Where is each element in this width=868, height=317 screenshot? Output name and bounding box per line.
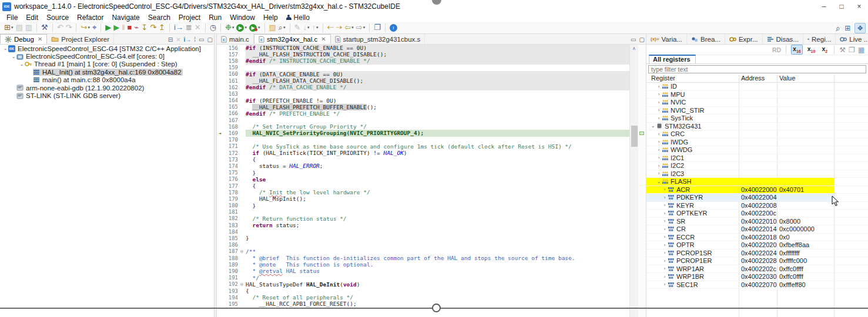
code-line-194[interactable]: 194 /* Reset of all peripherals */ xyxy=(217,294,629,301)
code-line-168[interactable]: 168 /* Set Interrupt Group Priority */ xyxy=(217,123,629,130)
disconnect-button[interactable]: ⌁ xyxy=(133,22,140,33)
minimize-button[interactable]: – xyxy=(815,0,833,13)
twisty-icon[interactable]: ⌄ xyxy=(11,54,16,59)
code-line-191[interactable]: 191 */ xyxy=(217,275,629,281)
debug-tree-item[interactable]: arm-none-eabi-gdb (12.1.90.20220802) xyxy=(0,84,214,92)
register-row-sec1r[interactable]: ›SEC1R0x400220700xfffeff80 xyxy=(646,281,868,289)
register-row-pcrop1er[interactable]: ›PCROP1ER0x400220280xffffc000 xyxy=(646,257,868,265)
twisty-icon[interactable]: ⌄ xyxy=(19,62,25,67)
twisty-icon[interactable]: › xyxy=(662,242,668,248)
twisty-icon[interactable]: › xyxy=(656,131,662,137)
view-tab-live-[interactable]: Live ... xyxy=(836,34,868,44)
resume-button[interactable]: ▶ xyxy=(112,22,120,33)
previous-annotation-button[interactable]: ↑▾ xyxy=(311,22,320,33)
info-button[interactable]: i xyxy=(388,22,398,33)
twisty-icon[interactable]: › xyxy=(662,211,668,216)
register-row-optkeyr[interactable]: ›OPTKEYR0x4002200c xyxy=(646,210,868,218)
code-line-181[interactable]: 181 xyxy=(217,209,629,215)
register-row-optr[interactable]: ›OPTR0x400220200xfbeff8aa xyxy=(646,241,868,249)
menu-window[interactable]: Window xyxy=(226,14,259,22)
register-row-acr[interactable]: ›ACR0x400220000x40701 xyxy=(646,186,868,194)
view-tab-regi-[interactable]: •Regi... xyxy=(803,34,836,44)
last-edit-location-button[interactable]: ⇠ xyxy=(326,22,335,33)
back-history-button[interactable]: ⇦▾ xyxy=(343,22,354,33)
maximize-editor-icon[interactable]: ▢ xyxy=(639,36,645,43)
code-line-190[interactable]: 190 * @retval HAL status xyxy=(217,268,629,274)
twisty-icon[interactable]: › xyxy=(662,266,668,271)
menu-file[interactable]: File xyxy=(2,14,22,22)
register-row-systick[interactable]: ›SysTick xyxy=(646,114,868,123)
terminate-button[interactable]: ■ xyxy=(126,22,133,33)
register-row-wwdg[interactable]: ›WWDG xyxy=(646,146,868,154)
view-tab-disas-[interactable]: Disas... xyxy=(763,34,803,44)
editor-tab-stm32g4xx-hal-c[interactable]: cstm32g4xx_hal.c✕ xyxy=(254,34,331,44)
undo-button[interactable]: ↶ xyxy=(56,22,65,33)
twisty-icon[interactable]: › xyxy=(662,250,668,255)
view-tab-debug[interactable]: Debug✕ xyxy=(0,34,47,44)
code-line-179[interactable]: 179 HAL_MspInit(); xyxy=(217,195,629,202)
close-tab-icon[interactable]: ✕ xyxy=(38,36,42,42)
debug-tree-item[interactable]: HAL_Init() at stm32g4xx_hal.c:169 0x8004… xyxy=(0,68,214,76)
twisty-icon[interactable]: › xyxy=(656,155,662,160)
move-to-line-button[interactable]: ≣ xyxy=(185,22,193,33)
radix-2-button[interactable]: x2 xyxy=(820,45,829,54)
code-line-161[interactable]: 161 __HAL_FLASH_DATA_CACHE_DISABLE(); xyxy=(217,77,629,84)
fold-minus-icon[interactable]: ⊖ xyxy=(238,249,246,254)
twisty-icon[interactable]: › xyxy=(662,274,668,279)
target-button[interactable]: ⌖ xyxy=(91,22,98,33)
build-button[interactable]: ⚒ xyxy=(40,22,49,33)
code-line-159[interactable]: 159 xyxy=(217,65,629,71)
code-line-177[interactable]: 177 { xyxy=(217,183,629,189)
twisty-icon[interactable]: › xyxy=(662,218,668,224)
code-line-169[interactable]: ➜169 HAL_NVIC_SetPriorityGrouping(NVIC_P… xyxy=(217,130,629,136)
debug-tree-item[interactable]: ⌄IDEElectronicSpeedControl_ESC-G4 [STM32… xyxy=(0,45,214,52)
register-row-flash[interactable]: ⌄FLASH xyxy=(646,178,868,186)
profile-button[interactable]: ◷ xyxy=(209,22,217,33)
code-line-180[interactable]: 180 } xyxy=(217,203,629,209)
user-menu[interactable]: Hello xyxy=(282,14,314,22)
code-line-184[interactable]: 184 xyxy=(217,228,629,235)
radix-10-button[interactable]: x10 xyxy=(806,45,817,54)
twisty-icon[interactable]: › xyxy=(662,227,668,232)
register-row-cr[interactable]: ›CR0x400220140xc0000000 xyxy=(646,225,868,234)
code-line-185[interactable]: 185} xyxy=(217,235,629,241)
twisty-icon[interactable]: › xyxy=(656,84,662,89)
register-row-i2c3[interactable]: ›I2C3 xyxy=(646,170,868,178)
maximize-view-icon[interactable]: ▢ xyxy=(207,36,213,43)
debug-button[interactable]: ❉▾ xyxy=(224,22,235,33)
twisty-icon[interactable]: › xyxy=(662,187,668,192)
register-row-stm32g431[interactable]: ⌄STM32G431 xyxy=(646,123,868,131)
all-registers-tab[interactable]: All registers xyxy=(649,55,696,63)
twisty-icon[interactable]: › xyxy=(656,147,662,153)
radix-16-button[interactable]: x16 xyxy=(791,45,803,54)
menu-navigate[interactable]: Navigate xyxy=(108,14,143,22)
menu-search[interactable]: Search xyxy=(144,14,175,22)
step-into-button[interactable]: ↧ xyxy=(140,22,149,33)
menu-run[interactable]: Run xyxy=(205,14,226,22)
filter-input[interactable] xyxy=(649,66,866,73)
register-row-crc[interactable]: ›CRC xyxy=(646,130,868,139)
code-line-178[interactable]: 178 /* Init the low level hardware */ xyxy=(217,189,629,195)
twisty-icon[interactable]: › xyxy=(662,195,668,200)
search-toolbar-button[interactable]: ⌕▾ xyxy=(277,22,287,33)
scrollbar-thumb[interactable] xyxy=(631,126,638,147)
register-row-i2c1[interactable]: ›I2C1 xyxy=(646,154,868,163)
code-line-167[interactable]: 167 xyxy=(217,117,629,123)
scroll-up-icon[interactable]: ∧ xyxy=(630,46,638,51)
twisty-icon[interactable]: › xyxy=(656,163,662,168)
run-button[interactable]: ▶▾ xyxy=(235,22,248,33)
register-row-id[interactable]: ›ID xyxy=(646,83,868,91)
code-editor[interactable]: 156#if (INSTRUCTION_CACHE_ENABLE == 0U)1… xyxy=(217,45,629,317)
menu-refactor[interactable]: Refactor xyxy=(73,14,108,22)
menu-edit[interactable]: Edit xyxy=(22,14,42,22)
code-line-175[interactable]: 175 } xyxy=(217,170,629,176)
editor-tab-startup-stm32g431cbux-s[interactable]: Sstartup_stm32g431cbux.s xyxy=(331,34,425,44)
register-row-pcrop1sr[interactable]: ›PCROP1SR0x400220240xffffffff xyxy=(646,249,868,258)
register-row-sr[interactable]: ›SR0x400220100x8000 xyxy=(646,218,868,226)
view-tab-brea-[interactable]: Brea... xyxy=(687,34,725,44)
code-line-165[interactable]: 165 __HAL_FLASH_PREFETCH_BUFFER_ENABLE()… xyxy=(217,104,629,110)
debug-tree-item[interactable]: ST-LINK (ST-LINK GDB server) xyxy=(0,92,214,99)
col-value[interactable]: Value xyxy=(777,75,834,82)
close-button[interactable]: × xyxy=(850,0,868,13)
minimize-view-icon[interactable]: ▭ xyxy=(199,36,204,43)
